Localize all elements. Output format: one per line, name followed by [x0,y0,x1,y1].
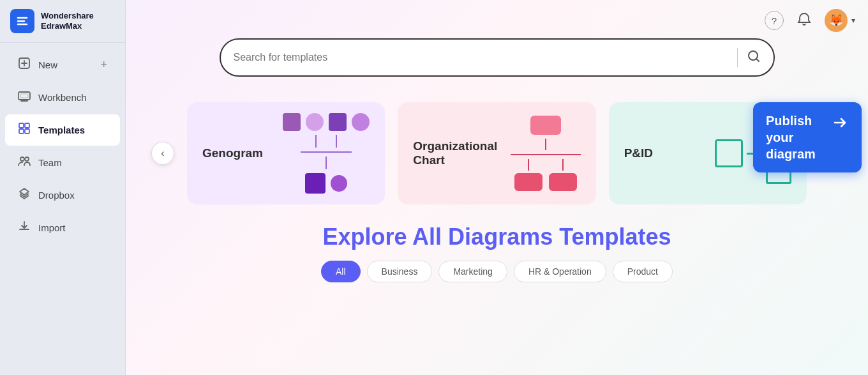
svg-point-8 [20,157,24,161]
sidebar-item-workbench[interactable]: Workbench [5,82,120,113]
explore-title-accent: All Diagrams Templates [412,224,671,250]
category-tab-marketing[interactable]: Marketing [438,261,507,282]
sidebar-item-import-label: Import [38,222,66,233]
genogram-visual [283,113,370,194]
sidebar-item-new[interactable]: New + [5,49,120,80]
topbar: ? 🦊 ▾ [752,0,868,41]
sidebar-item-templates[interactable]: Templates [5,114,120,146]
category-tabs: All Business Marketing HR & Operation Pr… [151,261,842,282]
carousel-card-pid-label: P&ID [624,146,653,160]
new-plus-icon: + [100,58,107,72]
category-tab-business[interactable]: Business [367,261,433,282]
publish-label: Publish your diagram [766,112,825,162]
main-content: ? 🦊 ▾ ‹ Genogram [126,0,868,375]
category-tab-product[interactable]: Product [613,261,673,282]
carousel-card-org-label: OrganizationalChart [413,139,497,167]
sidebar: Wondershare EdrawMax New + Workbe [0,0,126,375]
carousel-items: Genogram [174,102,819,204]
user-menu[interactable]: 🦊 ▾ [825,9,855,32]
sidebar-item-new-label: New [38,59,57,70]
sidebar-item-templates-label: Templates [38,125,85,135]
brand-name: Wondershare [41,11,94,21]
sidebar-logo-text: Wondershare EdrawMax [41,11,94,31]
avatar[interactable]: 🦊 [825,9,848,32]
sidebar-item-dropbox-label: Dropbox [38,190,75,201]
team-icon [18,155,31,171]
category-tab-all[interactable]: All [321,261,361,282]
sidebar-nav: New + Workbench Templates [0,43,125,250]
explore-title-static: Explore [322,224,412,250]
svg-rect-5 [25,123,29,128]
svg-rect-3 [20,94,28,98]
sidebar-item-team-label: Team [38,157,62,168]
search-divider [737,48,738,67]
sidebar-item-dropbox[interactable]: Dropbox [5,180,120,211]
sidebar-item-workbench-label: Workbench [38,92,87,103]
explore-section: Explore All Diagrams Templates All Busin… [126,211,868,289]
workbench-icon [18,89,31,105]
notification-icon[interactable] [797,11,812,30]
search-box [220,38,775,77]
import-icon [18,220,31,236]
carousel-prev-button[interactable]: ‹ [151,142,174,165]
templates-icon [18,122,31,138]
sidebar-header: Wondershare EdrawMax [0,0,125,43]
svg-point-9 [25,157,29,161]
carousel-card-genogram[interactable]: Genogram [187,102,385,204]
search-input[interactable] [234,52,728,63]
carousel-card-genogram-label: Genogram [202,146,263,160]
avatar-dropdown-icon: ▾ [851,16,855,25]
app-logo-icon [10,9,34,33]
brand-sub: EdrawMax [41,21,94,31]
svg-rect-4 [19,123,24,128]
carousel-card-org[interactable]: OrganizationalChart [398,102,595,204]
sidebar-item-import[interactable]: Import [5,212,120,243]
dropbox-icon [18,187,31,203]
help-icon[interactable]: ? [765,11,784,30]
svg-rect-7 [25,129,29,134]
org-chart-visual [511,116,581,191]
svg-rect-6 [19,129,24,134]
sidebar-item-team[interactable]: Team [5,147,120,178]
category-tab-hr[interactable]: HR & Operation [514,261,606,282]
explore-title: Explore All Diagrams Templates [151,224,842,250]
search-button[interactable] [747,49,761,66]
publish-arrow-icon [831,114,849,137]
new-icon [18,57,31,73]
publish-button[interactable]: Publish your diagram [753,102,862,172]
carousel-publish-wrapper: ‹ Genogram [126,96,868,211]
